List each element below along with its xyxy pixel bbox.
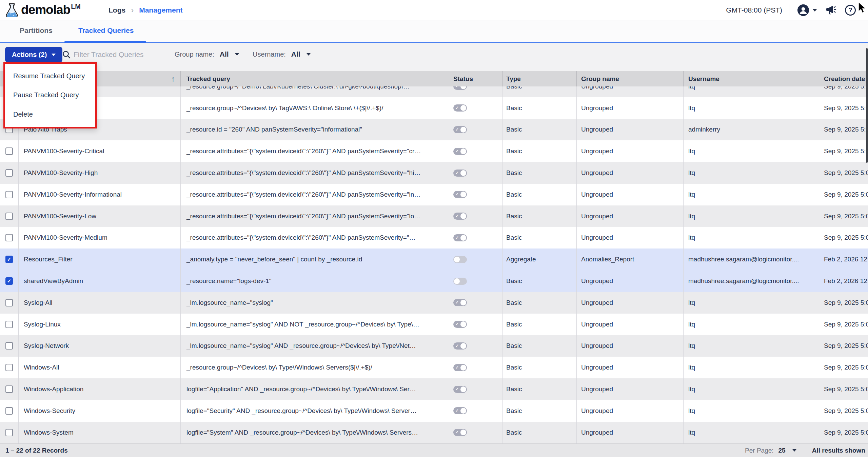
header-creation-date-column[interactable]: Creation date <box>820 71 868 86</box>
row-creation-date: Sep 9, 2025 5:0 <box>820 227 868 249</box>
app-logo[interactable]: demolab LM <box>5 2 81 18</box>
status-toggle[interactable]: ✓ <box>453 386 467 393</box>
row-checkbox[interactable] <box>5 385 13 393</box>
table-row[interactable]: PANVM100-Severity-High _resource.attribu… <box>0 162 868 184</box>
row-username: ltq <box>684 400 820 422</box>
divider <box>789 4 789 16</box>
tab-tracked-queries[interactable]: Tracked Queries <box>78 26 134 35</box>
status-toggle[interactable]: ✓ <box>453 191 467 198</box>
status-toggle[interactable]: ✓ <box>453 299 467 306</box>
user-avatar-icon[interactable] <box>797 4 809 16</box>
header-type-column[interactable]: Type <box>503 71 577 86</box>
table-row[interactable]: Syslog-All _lm.logsource_name="syslog" ✓… <box>0 292 868 314</box>
status-toggle[interactable]: ✓ <box>453 407 467 414</box>
menu-item-delete[interactable]: Delete <box>5 111 95 118</box>
toggle-knob <box>460 148 466 154</box>
row-checkbox[interactable]: ✓ <box>5 256 13 263</box>
row-checkbox[interactable] <box>5 342 13 350</box>
row-checkbox[interactable] <box>5 147 13 155</box>
toolbar: Actions (2) Group name: All Username: Al… <box>0 43 868 71</box>
table-row[interactable]: Windows-Application logfile="Application… <box>0 378 868 400</box>
table-row[interactable]: ✓ sharedViewByAdmin _resource.name="logs… <box>0 270 868 292</box>
row-checkbox[interactable] <box>5 234 13 241</box>
row-checkbox[interactable] <box>5 299 13 306</box>
table-row[interactable]: Windows-All _resource.group~/^Devices\ b… <box>0 357 868 378</box>
breadcrumb-management[interactable]: Management <box>139 6 182 14</box>
table-row[interactable]: Syslog-Linux _lm.logsource_name="syslog"… <box>0 314 868 335</box>
chevron-down-icon[interactable] <box>812 9 817 12</box>
menu-item-resume-tracked-query[interactable]: Resume Tracked Query <box>5 72 95 80</box>
status-toggle[interactable]: ✓ <box>453 364 467 371</box>
table-row[interactable]: Syslog-Network _lm.logsource_name="syslo… <box>0 335 868 357</box>
status-toggle[interactable] <box>453 256 467 263</box>
status-toggle[interactable]: ✓ <box>453 104 467 112</box>
row-checkbox[interactable]: ✓ <box>5 277 13 285</box>
group-name-filter[interactable]: Group name: All <box>175 50 239 58</box>
sort-ascending-icon[interactable]: ↑ <box>171 75 175 83</box>
row-checkbox[interactable] <box>5 191 13 198</box>
table-row[interactable]: Windows-System logfile="System" AND _res… <box>0 422 868 443</box>
row-group: Ungrouped <box>577 422 684 443</box>
status-toggle[interactable]: ✓ <box>453 429 467 436</box>
toggle-check-icon: ✓ <box>455 407 459 414</box>
row-select-cell <box>0 335 19 357</box>
row-creation-date: Sep 9, 2025 5:0 <box>820 119 868 141</box>
row-checkbox[interactable] <box>5 321 13 328</box>
per-page-value[interactable]: 25 <box>778 447 786 454</box>
vertical-scrollbar[interactable] <box>866 48 868 163</box>
status-toggle[interactable]: ✓ <box>453 321 467 328</box>
toggle-check-icon: ✓ <box>455 170 459 177</box>
status-toggle[interactable]: ✓ <box>453 213 467 220</box>
table-row[interactable]: _resource.group~/^Devices\ by\ Tag\/AWS:… <box>0 97 868 119</box>
header-status-column[interactable]: Status <box>449 71 503 86</box>
row-checkbox[interactable] <box>5 407 13 415</box>
row-group: Ungrouped <box>577 270 684 292</box>
menu-item-pause-tracked-query[interactable]: Pause Tracked Query <box>5 91 95 99</box>
row-query: _resource.group~/^Devices\ by\ Type\/Win… <box>181 357 449 378</box>
filter-tracked-queries-input[interactable] <box>73 50 154 59</box>
actions-button[interactable]: Actions (2) <box>5 47 62 62</box>
table-row[interactable]: PANVM100-Severity-Informational _resourc… <box>0 184 868 205</box>
row-status-cell: ✓ <box>449 140 503 162</box>
table-row[interactable]: Palo Alto Traps _resource.id = "260" AND… <box>0 119 868 141</box>
status-toggle[interactable] <box>453 278 467 285</box>
row-select-cell <box>0 227 19 249</box>
row-checkbox[interactable] <box>5 169 13 177</box>
table-row[interactable]: PANVM100-Severity-Low _resource.attribut… <box>0 205 868 227</box>
help-icon[interactable]: ? <box>845 5 856 16</box>
row-checkbox[interactable] <box>5 213 13 220</box>
row-query: _resource.attributes="{\"system.deviceid… <box>181 162 449 184</box>
header-tracked-query-column[interactable]: Tracked query <box>181 71 449 86</box>
table-row[interactable]: PANVM100-Severity-Medium _resource.attri… <box>0 227 868 249</box>
status-toggle[interactable]: ✓ <box>453 148 467 155</box>
status-toggle[interactable]: ✓ <box>453 342 467 350</box>
row-query: _resource.group~/^Demo\ Lab\/Kubernetes\… <box>181 86 449 97</box>
row-username: ltq <box>684 227 820 249</box>
tab-partitions[interactable]: Partitions <box>20 26 53 35</box>
table-row[interactable]: Windows-Security logfile="Security" AND … <box>0 400 868 422</box>
announcements-megaphone-icon[interactable] <box>826 5 837 15</box>
row-checkbox[interactable] <box>5 364 13 371</box>
row-group: Ungrouped <box>577 162 684 184</box>
chevron-down-icon[interactable] <box>792 449 796 452</box>
table-row[interactable]: ✓ Resources_Filter _anomaly.type = "neve… <box>0 249 868 270</box>
username-filter[interactable]: Username: All <box>253 50 311 58</box>
logo-text: demolab <box>21 2 70 18</box>
status-toggle[interactable]: ✓ <box>453 170 467 177</box>
status-toggle[interactable]: ✓ <box>453 126 467 133</box>
row-status-cell: ✓ <box>449 97 503 119</box>
row-name: PANVM100-Severity-Critical <box>19 140 181 162</box>
tracked-queries-table: ↑ Tracked query Status Type Group name U… <box>0 71 868 443</box>
logo-superscript: LM <box>71 3 81 11</box>
status-toggle[interactable]: ✓ <box>453 86 467 90</box>
records-count: 1 – 22 of 22 Records <box>5 447 68 454</box>
toggle-check-icon: ✓ <box>455 386 459 393</box>
table-row[interactable]: PANVM100-Severity-Critical _resource.att… <box>0 140 868 162</box>
toggle-knob <box>460 86 466 89</box>
header-group-name-column[interactable]: Group name <box>577 71 684 86</box>
breadcrumb-logs[interactable]: Logs <box>108 6 125 14</box>
status-toggle[interactable]: ✓ <box>453 234 467 241</box>
row-checkbox[interactable] <box>5 429 13 436</box>
table-row[interactable]: _resource.group~/^Demo\ Lab\/Kubernetes\… <box>0 86 868 97</box>
header-username-column[interactable]: Username <box>684 71 820 86</box>
